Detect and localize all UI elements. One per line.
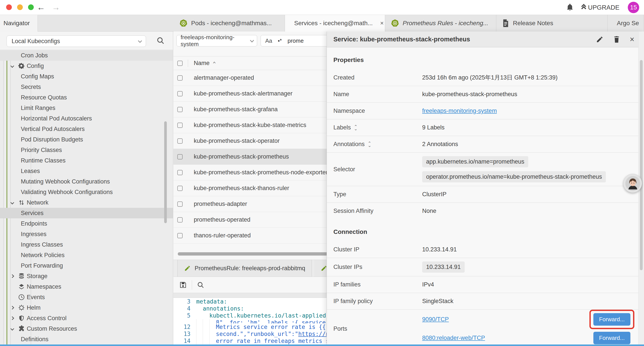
tree-item-access-control[interactable]: Access Control [0,313,173,324]
tree-item-namespaces[interactable]: Namespaces [0,281,173,292]
tab-services[interactable]: Services - icecheng@math...× [285,15,385,31]
row-checkbox[interactable] [177,123,182,128]
code-text: error rate in freeleaps metrics ser [216,338,336,345]
namespace-select[interactable]: freeleaps-monitoring-system [176,35,257,46]
kubeconfig-select[interactable]: Local Kubeconfigs [6,35,146,47]
editor-search-icon[interactable] [197,281,204,289]
service-name: prometheus-operated [194,216,250,223]
tree-item-config[interactable]: Config [0,61,173,71]
indent-guide [209,324,216,331]
code-text: metadata: [196,298,227,305]
chevron-down-icon[interactable] [10,201,14,205]
row-checkbox[interactable] [177,170,182,175]
chevron-right-icon[interactable] [10,274,14,278]
line-content: 8", for: 'hm', labels :{ service : [190,319,332,324]
row-checkbox[interactable] [177,217,182,223]
document-tabs: Pods - icecheng@mathmas...Services - ice… [174,15,644,31]
tree-item-config-maps[interactable]: Config Maps [0,71,173,82]
tab-release[interactable]: Release Notes [496,15,608,31]
indent-guide [196,324,203,331]
match-case-toggle[interactable]: Aa [265,37,272,44]
back-arrow-icon[interactable]: ← [37,3,45,11]
tree-item-cron-jobs[interactable]: Cron Jobs [0,50,173,61]
close-window-button[interactable] [6,4,12,10]
upgrade-icon [582,4,586,10]
tree-item-services[interactable]: Services [0,208,173,218]
indent-guide [209,319,216,324]
edit-pencil-icon[interactable] [596,36,604,43]
row-checkbox[interactable] [177,201,182,207]
tree-item-storage[interactable]: Storage [0,271,173,281]
tree-item-runtime-classes[interactable]: Runtime Classes [0,155,173,166]
close-tab-icon[interactable]: × [380,20,384,27]
sidebar-scrollbar[interactable] [164,121,167,223]
tree-item-secrets[interactable]: Secrets [0,82,173,92]
value-badge: 10.233.14.91 [422,262,465,273]
minimize-window-button[interactable] [17,4,23,10]
tree-item-horizontal-pod-autoscalers[interactable]: Horizontal Pod Autoscalers [0,113,173,124]
tab-pods[interactable]: Pods - icecheng@mathmas... [174,15,285,31]
tree-item-pod-disruption-budgets[interactable]: Pod Disruption Budgets [0,134,173,145]
row-checkbox[interactable] [177,138,182,144]
save-icon[interactable] [179,281,187,289]
tab-argo[interactable]: Argo Se [608,15,644,31]
port-link[interactable]: 9090/TCP [422,316,449,323]
port-link[interactable]: 8080:reloader-web/TCP [422,335,485,342]
row-checkbox[interactable] [177,75,182,81]
sort-toggle-icon[interactable]: ⌃⌄ [368,142,372,146]
tree-item-limit-ranges[interactable]: Limit Ranges [0,103,173,113]
tree-item-leases[interactable]: Leases [0,166,173,176]
namespace-select-value: freeleaps-monitoring-system [180,34,250,47]
notification-count-badge[interactable]: 15 [628,2,639,13]
row-checkbox[interactable] [177,154,182,159]
maximize-window-button[interactable] [28,4,34,10]
chevron-down-icon[interactable] [10,327,14,331]
highlight-ring [590,310,634,329]
tree-item-definitions[interactable]: Definitions [0,334,173,345]
tree-item-validating-webhook-configurations[interactable]: Validating Webhook Configurations [0,187,173,197]
forward-arrow-icon[interactable]: → [52,3,60,11]
row-checkbox[interactable] [177,233,182,238]
tree-item-events[interactable]: Events [0,292,173,303]
row-checkbox[interactable] [177,91,182,96]
tree-item-vertical-pod-autoscalers[interactable]: Vertical Pod Autoscalers [0,124,173,134]
sidebar-search-icon[interactable] [156,36,164,45]
row-checkbox[interactable] [177,186,182,191]
status-accent-bar [0,345,644,346]
tree-item-endpoints[interactable]: Endpoints [0,218,173,229]
window-controls[interactable] [6,4,34,10]
tree-item-custom-resources[interactable]: Custom Resources [0,324,173,334]
drawer-scrollbar-thumb[interactable] [640,60,643,270]
tree-item-network-policies[interactable]: Network Policies [0,250,173,260]
tree-item-resource-quotas[interactable]: Resource Quotas [0,92,173,103]
sort-toggle-icon[interactable]: ⌃⌄ [354,125,358,130]
tree-item-port-forwarding[interactable]: Port Forwarding [0,260,173,271]
section-rows: Cluster IP10.233.14.91Cluster IPs10.233.… [327,241,644,345]
delete-trash-icon[interactable] [613,35,620,43]
tree-item-mutating-webhook-configurations[interactable]: Mutating Webhook Configurations [0,176,173,187]
property-row-type: TypeClusterIP [327,186,644,203]
close-icon[interactable]: × [630,35,634,43]
row-checkbox[interactable] [177,107,182,112]
select-all-checkbox[interactable] [177,61,182,66]
tree-item-ingresses[interactable]: Ingresses [0,229,173,239]
chevron-right-icon[interactable] [10,317,14,320]
upgrade-button[interactable]: UPGRADE [582,4,620,11]
namespace-link[interactable]: freeleaps-monitoring-system [422,107,644,114]
tab-prometheus[interactable]: Prometheus Rules - icecheng... [385,15,496,31]
tree-item-priority-classes[interactable]: Priority Classes [0,145,173,155]
chevron-down-icon[interactable] [10,64,14,68]
notifications-bell-icon[interactable] [566,3,574,11]
name-column-header[interactable]: Name [194,60,210,66]
chevron-right-icon[interactable] [10,306,14,310]
regex-toggle[interactable]: ▪* [278,38,282,44]
editor-tab-prometheusrule[interactable]: PrometheusRule: freeleaps-prod-rabbitmq [177,260,312,277]
user-avatar[interactable] [623,174,642,193]
tree-item-network[interactable]: Network [0,197,173,208]
tab-navigator[interactable]: Navigator [0,15,38,31]
tree-item-ingress-classes[interactable]: Ingress Classes [0,239,173,250]
forward-button[interactable]: Forward... [593,332,630,344]
tree-item-helm[interactable]: Helm [0,303,173,313]
property-value: kube-prometheus-stack-prometheus [422,87,644,101]
sort-ascending-icon[interactable]: ^ [213,61,216,65]
